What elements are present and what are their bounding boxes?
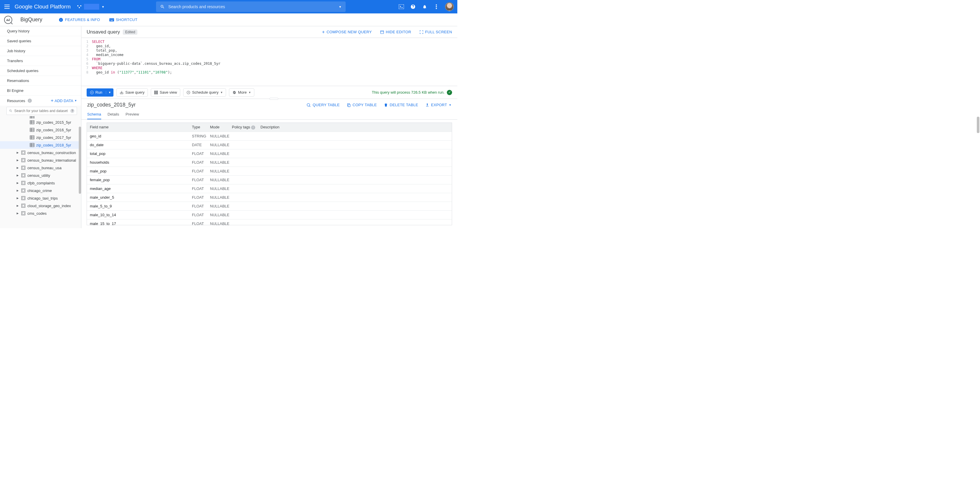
- info-icon[interactable]: i: [28, 99, 32, 103]
- caret-icon[interactable]: ▶: [16, 166, 19, 169]
- gcp-header: Google Cloud Platform ▼ ▼: [0, 0, 457, 13]
- menu-icon[interactable]: [3, 3, 11, 10]
- global-search[interactable]: ▼: [156, 2, 346, 12]
- caret-icon[interactable]: ▶: [16, 159, 19, 162]
- schema-row[interactable]: male_15_to_17FLOATNULLABLE: [87, 220, 452, 226]
- info-icon[interactable]: i: [251, 126, 255, 129]
- field-name: male_under_5: [90, 195, 192, 199]
- dataset-item[interactable]: ▶cloud_storage_geo_index: [0, 202, 81, 209]
- nav-item[interactable]: Transfers: [0, 56, 81, 66]
- schema-row[interactable]: householdsFLOATNULLABLE: [87, 158, 452, 167]
- schema-row[interactable]: male_5_to_9FLOATNULLABLE: [87, 202, 452, 211]
- notifications-icon[interactable]: [422, 4, 428, 10]
- cloud-shell-icon[interactable]: [398, 4, 404, 10]
- schema-row[interactable]: total_popFLOATNULLABLE: [87, 150, 452, 158]
- more-button[interactable]: More ▼: [229, 88, 255, 97]
- field-mode: NULLABLE: [210, 151, 232, 156]
- schedule-query-button[interactable]: Schedule query ▼: [183, 88, 226, 97]
- dataset-item[interactable]: ▶cms_codes: [0, 209, 81, 217]
- edited-badge: Edited: [123, 29, 137, 35]
- nav-item[interactable]: Reservations: [0, 76, 81, 86]
- search-input[interactable]: [168, 5, 339, 9]
- schema-row[interactable]: do_dateDATENULLABLE: [87, 141, 452, 150]
- features-info-link[interactable]: FEATURES & INFO: [59, 18, 100, 22]
- schema-row[interactable]: male_under_5FLOATNULLABLE: [87, 193, 452, 202]
- schema-row[interactable]: male_popFLOATNULLABLE: [87, 167, 452, 176]
- svg-rect-20: [22, 158, 25, 162]
- chevron-down-icon[interactable]: ▼: [106, 91, 113, 94]
- caret-icon[interactable]: ▶: [16, 197, 19, 199]
- dataset-item[interactable]: ▶chicago_taxi_trips: [0, 194, 81, 202]
- caret-icon[interactable]: ▶: [16, 204, 19, 207]
- dataset-item[interactable]: ▶chicago_crime: [0, 187, 81, 194]
- caret-icon[interactable]: ▶: [16, 189, 19, 192]
- schema-row[interactable]: geo_idSTRINGNULLABLE: [87, 132, 452, 141]
- chevron-down-icon: ▼: [220, 91, 223, 94]
- play-icon: [90, 91, 94, 94]
- trash-icon: [384, 103, 388, 107]
- tab-details[interactable]: Details: [108, 110, 119, 119]
- dataset-label: census_bureau_construction: [27, 151, 76, 155]
- chevron-down-icon[interactable]: ▼: [339, 5, 342, 8]
- run-button[interactable]: Run ▼: [87, 88, 113, 97]
- table-label: zip_codes_2015_5yr: [36, 120, 71, 124]
- save-icon: [119, 91, 124, 94]
- tab-schema[interactable]: Schema: [87, 110, 101, 119]
- nav-item[interactable]: Job history: [0, 46, 81, 56]
- nav-item[interactable]: BI Engine: [0, 86, 81, 96]
- schema-row[interactable]: male_10_to_14FLOATNULLABLE: [87, 211, 452, 220]
- dataset-item[interactable]: ▶census_bureau_usa: [0, 164, 81, 172]
- drag-handle[interactable]: [269, 98, 278, 100]
- add-data-button[interactable]: + ADD DATA ▼: [51, 98, 77, 103]
- more-icon[interactable]: [433, 4, 439, 10]
- table-item[interactable]: zip_codes_2016_5yr: [0, 126, 81, 134]
- dataset-item[interactable]: ▶cfpb_complaints: [0, 179, 81, 187]
- table-item[interactable]: zip_codes_2015_5yr: [0, 118, 81, 126]
- caret-icon[interactable]: ▶: [16, 151, 19, 154]
- project-selector[interactable]: ▼: [75, 3, 107, 11]
- code-area[interactable]: SELECT geo_id, total_pop, median_income …: [90, 40, 221, 84]
- chevron-down-icon: ▼: [248, 91, 251, 94]
- svg-rect-43: [157, 92, 158, 93]
- resources-search-input[interactable]: [14, 109, 68, 113]
- full-screen-button[interactable]: FULL SCREEN: [419, 29, 452, 35]
- caret-icon[interactable]: ▶: [16, 174, 19, 177]
- shortcut-link[interactable]: SHORTCUT: [110, 18, 137, 22]
- delete-table-button[interactable]: DELETE TABLE: [384, 103, 418, 107]
- save-view-button[interactable]: Save view: [151, 88, 180, 97]
- svg-rect-23: [22, 167, 24, 169]
- dataset-item[interactable]: ▶census_bureau_international: [0, 156, 81, 164]
- dataset-icon: [21, 181, 25, 185]
- help-icon[interactable]: [410, 4, 416, 10]
- table-item[interactable]: zip_codes_2018_5yr: [0, 141, 81, 149]
- help-icon[interactable]: ?: [70, 109, 75, 113]
- schema-row[interactable]: median_ageFLOATNULLABLE: [87, 185, 452, 193]
- table-item[interactable]: [0, 116, 81, 118]
- tab-preview[interactable]: Preview: [126, 110, 139, 119]
- query-table-button[interactable]: QUERY TABLE: [306, 103, 340, 107]
- nav-item[interactable]: Saved queries: [0, 36, 81, 46]
- dataset-item[interactable]: ▶census_utility: [0, 172, 81, 179]
- sql-editor[interactable]: 12345678 SELECT geo_id, total_pop, media…: [81, 38, 457, 86]
- nav-item[interactable]: Scheduled queries: [0, 66, 81, 76]
- caret-icon[interactable]: ▶: [16, 212, 19, 215]
- compose-query-button[interactable]: +COMPOSE NEW QUERY: [322, 29, 372, 35]
- avatar[interactable]: [445, 2, 454, 11]
- copy-table-button[interactable]: COPY TABLE: [347, 103, 377, 107]
- schema-row[interactable]: female_popFLOATNULLABLE: [87, 176, 452, 185]
- resources-search[interactable]: ?: [6, 107, 77, 115]
- dataset-label: census_bureau_international: [27, 158, 76, 162]
- gcp-logo[interactable]: Google Cloud Platform: [14, 3, 71, 10]
- svg-rect-29: [22, 190, 24, 192]
- caret-icon[interactable]: ▶: [16, 182, 19, 185]
- svg-rect-10: [112, 19, 113, 19]
- hide-editor-button[interactable]: HIDE EDITOR: [380, 29, 411, 35]
- dataset-item[interactable]: ▶census_bureau_construction: [0, 149, 81, 156]
- export-button[interactable]: EXPORT ▼: [425, 103, 452, 107]
- field-type: FLOAT: [192, 169, 210, 173]
- nav-item[interactable]: Query history: [0, 26, 81, 36]
- scrollbar[interactable]: [79, 127, 81, 194]
- resource-tree[interactable]: zip_codes_2015_5yrzip_codes_2016_5yrzip_…: [0, 116, 81, 228]
- save-query-button[interactable]: Save query: [116, 88, 148, 97]
- table-item[interactable]: zip_codes_2017_5yr: [0, 134, 81, 141]
